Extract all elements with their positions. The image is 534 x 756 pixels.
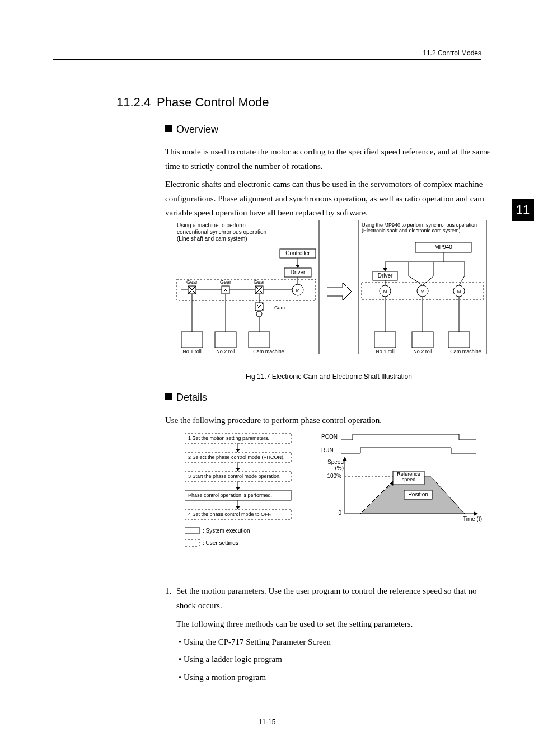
- svg-line-46: [459, 276, 465, 285]
- step3-text: 3 Start the phase control mode operation…: [188, 473, 281, 479]
- fig-right-title: Using the MP940 to perform synchronous o…: [362, 222, 484, 234]
- cam-machine-right: Cam machine: [450, 349, 481, 354]
- running-head: 11.2 Control Modes: [423, 49, 481, 57]
- svg-point-22: [256, 311, 262, 317]
- driver-label-right: Driver: [378, 273, 393, 279]
- step5-text: 4 Set the phase control mode to OFF.: [188, 511, 272, 517]
- bullet-2: Using a ladder logic program: [179, 652, 493, 667]
- step4-text: Phase control operation is performed.: [188, 492, 272, 498]
- svg-marker-81: [474, 511, 478, 516]
- no1-roll-left: No.1 roll: [182, 349, 202, 354]
- details-intro: Use the following procedure to perform p…: [165, 414, 493, 428]
- no1-roll-right: No.1 roll: [376, 349, 395, 354]
- list-number-1: 1.: [165, 584, 176, 613]
- svg-rect-51: [412, 332, 433, 348]
- run-label: RUN: [321, 447, 334, 453]
- square-bullet-icon: [165, 125, 172, 132]
- svg-rect-66: [185, 527, 199, 534]
- svg-line-44: [409, 276, 423, 285]
- chapter-tab: 11: [512, 199, 534, 221]
- no2-roll-right: No.2 roll: [413, 349, 432, 354]
- svg-rect-67: [185, 539, 199, 546]
- square-bullet-icon: [165, 393, 172, 400]
- pcon-label: PCON: [321, 434, 338, 440]
- sub-heading-overview: Overview: [165, 124, 218, 135]
- arrow-right-icon: [327, 283, 352, 300]
- svg-marker-3: [296, 265, 300, 268]
- page-number: 11-15: [0, 718, 534, 726]
- legend-system: : System execution: [203, 528, 250, 534]
- gear-label-2: Gear: [220, 279, 231, 285]
- cam-label: Cam: [274, 305, 285, 311]
- m-label-r3: M: [457, 289, 461, 294]
- svg-marker-61: [236, 487, 240, 490]
- svg-marker-58: [236, 468, 240, 471]
- overview-label: Overview: [176, 124, 218, 135]
- svg-rect-52: [448, 332, 470, 348]
- svg-marker-55: [236, 449, 240, 452]
- step1-text: 1 Set the motion setting parameters.: [188, 435, 269, 441]
- svg-rect-28: [249, 332, 270, 348]
- svg-rect-26: [181, 332, 203, 348]
- svg-rect-27: [215, 332, 236, 348]
- header-rule: [53, 59, 481, 60]
- gear-label-3: Gear: [254, 279, 265, 285]
- list-item-1-sub: The following three methods can be used …: [176, 617, 493, 632]
- cam-machine-left: Cam machine: [253, 349, 284, 354]
- no2-roll-left: No.2 roll: [216, 349, 235, 354]
- details-label: Details: [176, 392, 207, 403]
- time-label: Time (t): [461, 516, 484, 522]
- svg-line-45: [423, 276, 434, 285]
- driver-label-left: Driver: [291, 269, 306, 275]
- step2-text: 2 Select the phase control mode (PHCON).: [188, 454, 285, 460]
- gear-label-1: Gear: [186, 279, 198, 285]
- position-label: Position: [408, 491, 428, 497]
- figure-11-7: Using a machine to perform conventional …: [174, 220, 487, 354]
- paragraph-1: This mode is used to rotate the motor ac…: [165, 145, 493, 173]
- svg-marker-34: [383, 268, 387, 271]
- m-label-r1: M: [383, 289, 387, 294]
- hundred-label: 100%: [327, 473, 341, 479]
- bullet-3: Using a motion program: [179, 670, 493, 685]
- controller-label: Controller: [285, 250, 310, 256]
- zero-label: 0: [338, 510, 341, 516]
- svg-marker-64: [236, 506, 240, 509]
- fig-left-title: Using a machine to perform conventional …: [177, 222, 278, 242]
- paragraph-2: Electronic shafts and electronic cams ca…: [165, 177, 493, 220]
- list-item-1: Set the motion parameters. Use the user …: [176, 584, 493, 613]
- procedure-list: 1. Set the motion parameters. Use the us…: [165, 584, 493, 684]
- reference-speed-label: Reference speed: [394, 472, 423, 483]
- svg-rect-50: [374, 332, 396, 348]
- bullet-1: Using the CP-717 Setting Parameter Scree…: [179, 635, 493, 650]
- mp940-label: MP940: [434, 244, 452, 250]
- m-label-left: M: [296, 288, 300, 293]
- speed-label: Speed (%): [319, 459, 344, 471]
- figure-caption: Fig 11.7 Electronic Cam and Electronic S…: [165, 373, 493, 381]
- m-label-r2: M: [421, 289, 425, 294]
- sub-heading-details: Details: [165, 392, 207, 403]
- section-title: Phase Control Mode: [157, 95, 269, 110]
- section-number: 11.2.4: [116, 95, 151, 110]
- procedure-diagram: 1 Set the motion setting parameters. 2 S…: [185, 433, 484, 573]
- legend-user: : User settings: [203, 540, 238, 546]
